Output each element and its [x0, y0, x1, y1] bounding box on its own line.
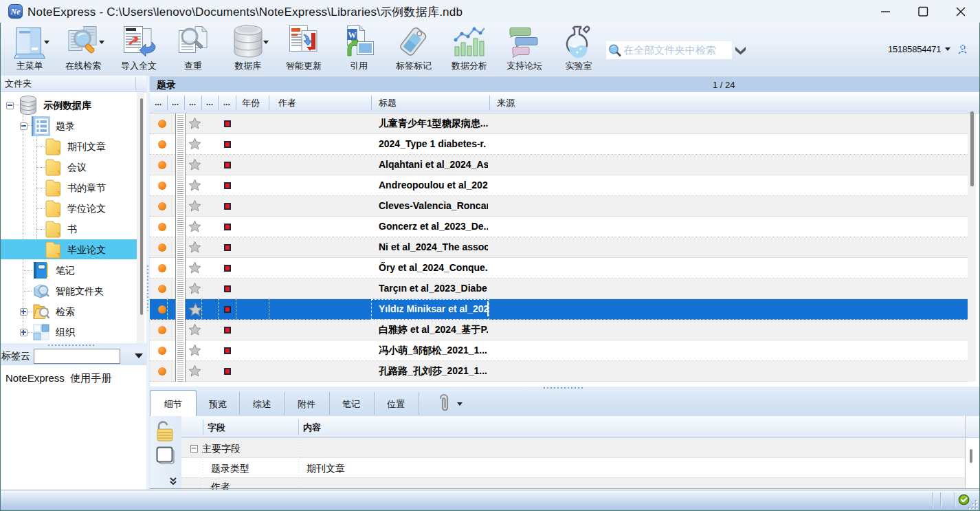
svg-text:W: W	[348, 30, 357, 40]
svg-text:Ne: Ne	[10, 7, 21, 17]
